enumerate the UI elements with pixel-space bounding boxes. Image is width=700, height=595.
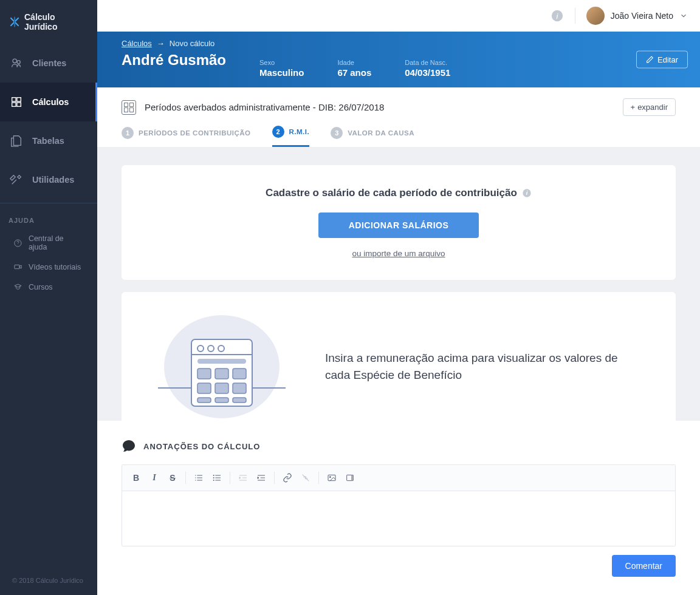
sub-header: Períodos averbados administrativamente -…	[97, 87, 700, 147]
user-menu[interactable]: João Vieira Neto	[586, 7, 688, 25]
svg-rect-21	[215, 369, 228, 379]
copyright: © 2018 Cálculo Jurídico	[0, 566, 97, 595]
add-salaries-button[interactable]: ADICIONAR SALÁRIOS	[318, 212, 479, 238]
edit-button[interactable]: Editar	[636, 51, 688, 69]
editor-textarea[interactable]	[122, 491, 675, 546]
help-item-central[interactable]: Central de ajuda	[0, 229, 97, 257]
help-item-label: Vídeos tutoriais	[29, 263, 81, 271]
svg-rect-3	[17, 98, 21, 101]
annotations-section: ANOTAÇÕES DO CÁLCULO B I S	[97, 421, 700, 595]
tools-icon	[10, 173, 23, 186]
meta-nasc: Data de Nasc. 04/03/1951	[405, 59, 450, 78]
svg-rect-22	[233, 369, 246, 379]
graduation-icon	[13, 282, 22, 291]
meta-label: Sexo	[259, 59, 304, 66]
svg-rect-35	[352, 475, 353, 480]
toolbar-separator	[230, 472, 230, 484]
brand-logo[interactable]: Cálculo Jurídico	[0, 0, 97, 44]
svg-point-29	[213, 475, 214, 476]
toolbar-separator	[185, 472, 186, 484]
brand-name: Cálculo Jurídico	[24, 12, 89, 32]
svg-point-33	[329, 477, 331, 478]
italic-button[interactable]: I	[146, 470, 162, 486]
svg-point-30	[213, 477, 214, 478]
edit-button-label: Editar	[657, 55, 678, 64]
meta-label: Data de Nasc.	[405, 59, 450, 66]
image-button[interactable]	[324, 470, 340, 486]
step-periodos[interactable]: 1 PERÍODOS DE CONTRIBUIÇÃO	[122, 126, 251, 140]
topbar-divider	[575, 8, 575, 24]
pencil-icon	[646, 56, 654, 64]
svg-rect-5	[17, 103, 21, 106]
step-valor[interactable]: 3 VALOR DA CAUSA	[331, 126, 414, 140]
sidebar-item-label: Tabelas	[32, 136, 64, 146]
ordered-list-button[interactable]	[191, 470, 207, 486]
editor-toolbar: B I S	[122, 465, 675, 491]
placeholder-illustration	[152, 315, 292, 418]
import-file-link[interactable]: ou importe de um arquivo	[149, 249, 648, 258]
help-item-label: Central de ajuda	[29, 234, 84, 251]
user-name: João Vieira Neto	[611, 11, 673, 21]
main: i João Vieira Neto Cálculos → Novo cálcu…	[97, 0, 700, 595]
client-name: André Gusmão	[122, 52, 226, 69]
step-label: R.M.I.	[289, 128, 310, 135]
sidebar-item-tabelas[interactable]: Tabelas	[0, 121, 97, 160]
people-icon	[10, 56, 23, 70]
sidebar-item-label: Cálculos	[32, 97, 69, 107]
expand-button[interactable]: + expandir	[623, 98, 676, 116]
meta-value: 04/03/1951	[405, 67, 450, 78]
meta-value: 67 anos	[337, 67, 371, 78]
outdent-button[interactable]	[235, 470, 251, 486]
svg-rect-2	[12, 98, 16, 101]
help-item-label: Cursos	[29, 283, 53, 291]
svg-text:i: i	[526, 190, 528, 196]
help-section: AJUDA Central de ajuda Vídeos tutoriais …	[0, 203, 97, 297]
content-area: Cadastre o salário de cada período de co…	[97, 147, 700, 421]
arrow-right-icon: →	[157, 39, 165, 48]
step-tabs: 1 PERÍODOS DE CONTRIBUIÇÃO 2 R.M.I. 3 VA…	[122, 126, 676, 147]
svg-rect-28	[233, 398, 246, 403]
svg-rect-24	[215, 383, 228, 393]
meta-label: Idade	[337, 59, 371, 66]
expand-button-label: expandir	[637, 103, 668, 112]
svg-rect-32	[328, 475, 335, 480]
breadcrumb-current: Novo cálculo	[170, 39, 214, 48]
step-label: PERÍODOS DE CONTRIBUIÇÃO	[139, 129, 251, 137]
comment-icon	[122, 439, 136, 454]
calculator-icon	[10, 95, 23, 109]
svg-rect-4	[12, 103, 16, 106]
comment-button[interactable]: Comentar	[612, 555, 676, 577]
svg-rect-7	[15, 265, 19, 268]
placeholder-text: Insira a remuneração acima para visualiz…	[325, 350, 645, 384]
bold-button[interactable]: B	[128, 470, 144, 486]
step-num: 3	[331, 127, 343, 139]
placeholder-card: Insira a remuneração acima para visualiz…	[122, 292, 676, 421]
table-button[interactable]	[342, 470, 358, 486]
step-rmi[interactable]: 2 R.M.I.	[272, 126, 310, 147]
unlink-button[interactable]	[298, 470, 314, 486]
help-item-cursos[interactable]: Cursos	[0, 277, 97, 297]
svg-rect-26	[197, 398, 211, 403]
question-icon	[13, 239, 22, 248]
indent-button[interactable]	[253, 470, 269, 486]
link-button[interactable]	[280, 470, 295, 486]
breadcrumb-root-link[interactable]: Cálculos	[122, 39, 152, 48]
sidebar-item-calculos[interactable]: Cálculos	[0, 83, 97, 121]
svg-point-1	[17, 61, 20, 64]
unordered-list-button[interactable]	[209, 470, 225, 486]
grid-icon	[122, 100, 136, 115]
sidebar-item-utilidades[interactable]: Utilidades	[0, 160, 97, 199]
meta-idade: Idade 67 anos	[337, 59, 371, 78]
sidebar-item-clientes[interactable]: Clientes	[0, 44, 97, 83]
document-icon	[10, 134, 23, 148]
page-title: Períodos averbados administrativamente -…	[145, 102, 384, 112]
client-header: Cálculos → Novo cálculo André Gusmão Sex…	[97, 32, 700, 87]
info-icon[interactable]: i	[551, 9, 564, 22]
info-icon[interactable]: i	[522, 188, 532, 198]
svg-point-31	[213, 480, 214, 481]
toolbar-separator	[318, 472, 319, 484]
step-num: 1	[122, 127, 134, 139]
topbar: i João Vieira Neto	[97, 0, 700, 32]
strike-button[interactable]: S	[165, 470, 180, 486]
help-item-videos[interactable]: Vídeos tutoriais	[0, 257, 97, 277]
